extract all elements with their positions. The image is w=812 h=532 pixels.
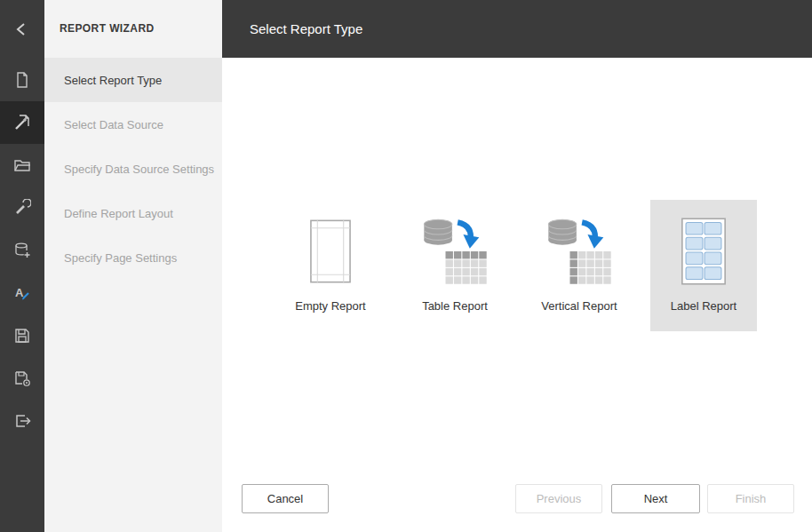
report-wizard-button[interactable] [0,101,44,144]
save-button[interactable] [0,314,44,357]
page-title: Select Report Type [222,0,812,58]
report-type-label: Table Report [422,299,488,313]
wizard-step-label: Select Data Source [64,118,163,131]
report-type-empty[interactable]: Empty Report [277,200,384,331]
open-report-button[interactable] [0,144,44,187]
exit-icon [13,412,31,430]
add-data-source-button[interactable] [0,229,44,272]
previous-button[interactable]: Previous [515,484,602,513]
report-type-list: Empty Report [222,200,812,331]
report-type-vertical[interactable]: Vertical Report [526,200,633,331]
table-report-icon [418,214,492,289]
vertical-report-icon [542,214,617,289]
wizard-step-label: Specify Data Source Settings [64,163,214,176]
document-icon [13,71,31,89]
folder-icon [13,156,31,174]
report-type-label: Empty Report [295,299,365,313]
wizard-step-label: Specify Page Settings [64,251,177,265]
empty-report-icon [293,214,368,289]
wizard-icon [13,114,31,131]
cancel-button[interactable]: Cancel [242,484,329,513]
new-report-button[interactable] [0,59,44,101]
label-report-icon [666,214,741,289]
database-plus-icon [13,242,31,259]
report-type-label: Label Report [671,299,736,313]
wizard-step-define-report-layout: Define Report Layout [44,191,222,235]
save-as-icon [13,369,31,387]
wizard-step-specify-data-source-settings: Specify Data Source Settings [44,147,222,191]
edit-tools-button[interactable] [0,187,44,229]
wizard-step-specify-page-settings: Specify Page Settings [44,235,222,280]
report-type-label-report[interactable]: Label Report [650,200,757,331]
next-button[interactable]: Next [611,484,700,513]
exit-button[interactable] [0,400,44,442]
wizard-step-label: Select Report Type [64,74,162,87]
save-icon [13,327,31,345]
svg-text:A: A [15,286,24,299]
report-wizard-window: A [0,0,812,532]
designer-toolbar: A [0,0,44,532]
report-type-label: Vertical Report [541,299,617,313]
wizard-main-area: Select Report Type Empty Report [222,0,812,532]
report-type-table[interactable]: Table Report [402,200,508,331]
localization-button[interactable]: A [0,272,44,314]
wrench-icon [13,199,31,217]
finish-button[interactable]: Finish [707,484,794,513]
wizard-step-label: Define Report Layout [64,207,173,220]
localization-icon: A [13,284,31,302]
wizard-step-select-data-source: Select Data Source [44,102,222,147]
chevron-left-icon [13,20,31,38]
save-as-button[interactable] [0,357,44,400]
wizard-panel-title: REPORT WIZARD [44,0,222,58]
wizard-step-select-report-type[interactable]: Select Report Type [44,58,222,102]
wizard-steps-panel: REPORT WIZARD Select Report Type Select … [44,0,222,532]
back-button[interactable] [0,0,44,58]
